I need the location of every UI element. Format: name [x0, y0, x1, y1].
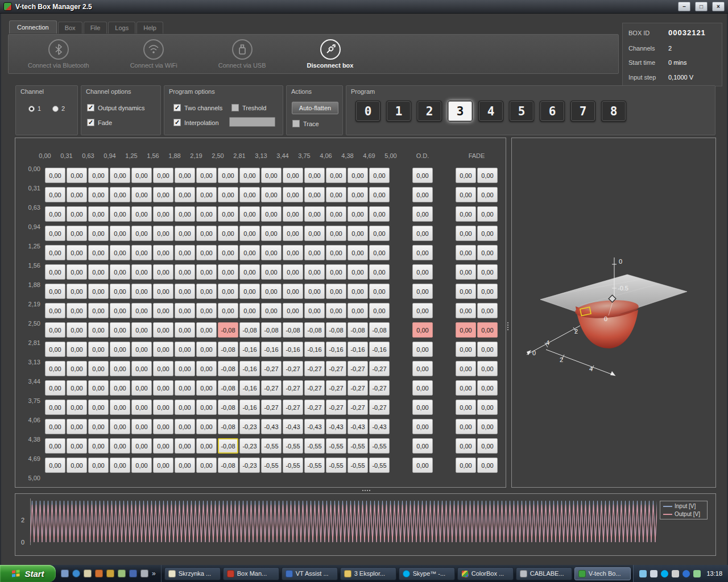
grid-cell[interactable]: -0,27	[326, 400, 346, 415]
grid-cell[interactable]: 0,00	[369, 284, 390, 299]
grid-cell[interactable]: -0,43	[261, 419, 282, 434]
grid-cell[interactable]: 0,00	[131, 400, 152, 415]
fade-cell[interactable]: 0,00	[477, 419, 498, 434]
fade-cell[interactable]: 0,00	[477, 245, 498, 260]
grid-cell[interactable]: 0,00	[369, 303, 390, 318]
treshold-input[interactable]	[229, 117, 275, 127]
grid-cell[interactable]: -0,08	[369, 322, 390, 338]
grid-cell[interactable]: 0,00	[67, 245, 87, 260]
program-button-3[interactable]: 3	[448, 101, 473, 122]
od-cell[interactable]: 0,00	[412, 264, 433, 280]
grid-cell[interactable]: 0,00	[175, 206, 195, 222]
grid-cell[interactable]: 0,00	[153, 361, 173, 376]
usb-tray-icon[interactable]	[672, 570, 679, 577]
grid-cell[interactable]: 0,00	[153, 284, 173, 299]
grid-cell[interactable]: 0,00	[45, 342, 65, 357]
grid-cell[interactable]: 0,00	[369, 168, 390, 183]
grid-cell[interactable]: 0,00	[369, 187, 390, 202]
fade-cell[interactable]: 0,00	[456, 226, 476, 241]
printer-icon[interactable]	[140, 569, 148, 577]
grid-cell[interactable]: 0,00	[175, 303, 195, 318]
grid-cell[interactable]: -0,55	[304, 438, 325, 454]
grid-cell[interactable]: 0,00	[88, 245, 109, 260]
grid-cell[interactable]: 0,00	[196, 206, 217, 222]
program-button-6[interactable]: 6	[540, 101, 565, 122]
grid-cell[interactable]: 0,00	[88, 264, 109, 280]
grid-cell[interactable]: -0,27	[304, 361, 325, 376]
grid-cell[interactable]: 0,00	[131, 284, 152, 299]
grid-cell[interactable]: 0,00	[196, 380, 217, 396]
grid-cell[interactable]: 0,00	[153, 245, 173, 260]
grid-cell[interactable]: 0,00	[304, 226, 325, 241]
grid-cell[interactable]: 0,00	[153, 168, 173, 183]
checkbox-trace[interactable]: Trace	[292, 120, 319, 127]
grid-cell[interactable]: 0,00	[88, 438, 109, 454]
grid-cell[interactable]: 0,00	[153, 264, 173, 280]
grid-cell[interactable]: 0,00	[67, 342, 87, 357]
grid-cell[interactable]: -0,23	[239, 419, 260, 434]
grid-cell[interactable]: -0,08	[218, 342, 238, 357]
program-button-8[interactable]: 8	[601, 101, 626, 122]
grid-cell[interactable]: 0,00	[283, 187, 303, 202]
od-cell[interactable]: 0,00	[412, 322, 433, 338]
grid-cell[interactable]: 0,00	[326, 168, 346, 183]
word-icon[interactable]	[129, 569, 137, 577]
outlook-icon[interactable]	[84, 569, 92, 577]
grid-cell[interactable]: 0,00	[175, 458, 195, 473]
grid-cell[interactable]: 0,00	[175, 438, 195, 454]
close-button[interactable]: ×	[712, 2, 725, 11]
grid-cell[interactable]: 0,00	[45, 361, 65, 376]
grid-cell[interactable]: -0,27	[369, 380, 390, 396]
grid-cell[interactable]: 0,00	[110, 458, 130, 473]
grid-cell[interactable]: 0,00	[283, 226, 303, 241]
grid-cell[interactable]: -0,08	[218, 380, 238, 396]
grid-cell[interactable]: 0,00	[348, 303, 368, 318]
grid-cell[interactable]: 0,00	[196, 168, 217, 183]
grid-cell[interactable]: -0,27	[304, 380, 325, 396]
od-cell[interactable]: 0,00	[412, 419, 433, 434]
fade-cell[interactable]: 0,00	[456, 168, 476, 183]
grid-cell[interactable]: 0,00	[131, 206, 152, 222]
grid-cell[interactable]: 0,00	[261, 226, 282, 241]
grid-cell[interactable]: 0,00	[88, 361, 109, 376]
grid-cell[interactable]: -0,27	[348, 400, 368, 415]
grid-cell[interactable]: 0,00	[45, 458, 65, 473]
grid-cell[interactable]: 0,00	[261, 187, 282, 202]
grid-cell[interactable]: 0,00	[45, 438, 65, 454]
grid-cell[interactable]: 0,00	[45, 303, 65, 318]
network-tray-icon[interactable]	[639, 570, 647, 577]
grid-cell[interactable]: 0,00	[110, 303, 130, 318]
od-cell[interactable]: 0,00	[412, 284, 433, 299]
grid-cell[interactable]: 0,00	[326, 206, 346, 222]
grid-cell[interactable]: 0,00	[348, 245, 368, 260]
grid-cell[interactable]: -0,08	[218, 438, 238, 454]
grid-cell[interactable]: 0,00	[110, 322, 130, 338]
tab-file[interactable]: File	[84, 22, 107, 34]
fade-cell[interactable]: 0,00	[477, 400, 498, 415]
grid-cell[interactable]: 0,00	[326, 264, 346, 280]
grid-cell[interactable]: 0,00	[304, 264, 325, 280]
quick-launch-overflow-chevron[interactable]: »	[152, 569, 156, 577]
grid-cell[interactable]: 0,00	[131, 419, 152, 434]
grid-cell[interactable]: 0,00	[261, 303, 282, 318]
od-cell[interactable]: 0,00	[412, 361, 433, 376]
grid-cell[interactable]: -0,16	[239, 400, 260, 415]
grid-cell[interactable]: -0,55	[261, 458, 282, 473]
checkbox-two-channels[interactable]: ✓Two channels	[173, 104, 222, 111]
grid-cell[interactable]: 0,00	[218, 206, 238, 222]
grid-cell[interactable]: -0,08	[218, 322, 238, 338]
grid-cell[interactable]: 0,00	[110, 226, 130, 241]
media-player-icon[interactable]	[95, 569, 103, 577]
grid-cell[interactable]: 0,00	[45, 168, 65, 183]
connect-usb-button[interactable]: Connect via USB	[218, 39, 266, 69]
fade-cell[interactable]: 0,00	[456, 303, 476, 318]
grid-cell[interactable]: -0,08	[283, 322, 303, 338]
grid-cell[interactable]: -0,43	[348, 419, 368, 434]
grid-cell[interactable]: 0,00	[175, 419, 195, 434]
tab-logs[interactable]: Logs	[108, 22, 135, 34]
grid-cell[interactable]: 0,00	[348, 284, 368, 299]
grid-cell[interactable]: 0,00	[110, 419, 130, 434]
fade-cell[interactable]: 0,00	[477, 458, 498, 473]
od-cell[interactable]: 0,00	[412, 168, 433, 183]
grid-cell[interactable]: 0,00	[131, 438, 152, 454]
